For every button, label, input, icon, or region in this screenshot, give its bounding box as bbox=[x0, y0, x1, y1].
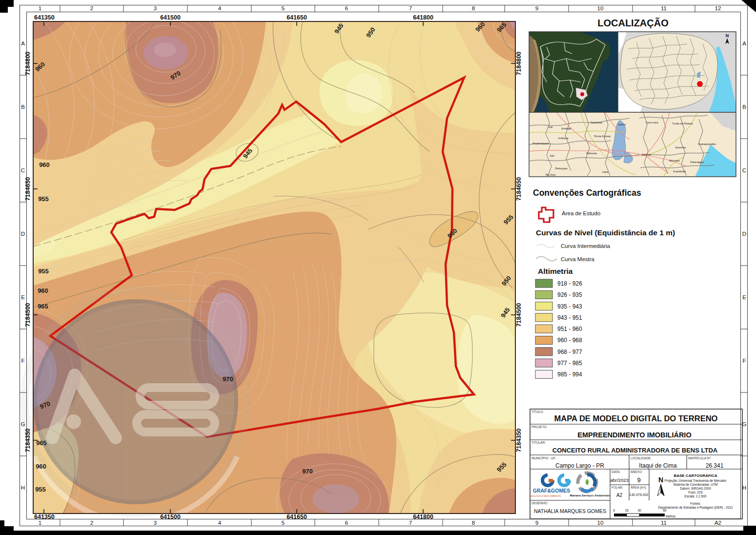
svg-text:641650: 641650 bbox=[286, 514, 307, 520]
svg-text:26.341: 26.341 bbox=[706, 462, 724, 469]
svg-text:Guaratuba: Guaratuba bbox=[673, 170, 686, 173]
svg-text:A2: A2 bbox=[715, 520, 721, 526]
svg-text:0: 0 bbox=[613, 509, 615, 512]
svg-text:943 - 951: 943 - 951 bbox=[557, 314, 582, 321]
svg-text:7184800: 7184800 bbox=[515, 52, 522, 76]
svg-text:PROJETO:: PROJETO: bbox=[531, 425, 548, 429]
svg-text:MUNICÍPIO - UF:: MUNICÍPIO - UF: bbox=[531, 456, 556, 460]
svg-text:11: 11 bbox=[661, 5, 667, 11]
svg-text:9: 9 bbox=[637, 476, 640, 484]
svg-text:LOCALIDADE:: LOCALIDADE: bbox=[631, 456, 652, 460]
svg-text:G: G bbox=[21, 421, 25, 427]
svg-text:4: 4 bbox=[218, 5, 222, 11]
svg-text:D: D bbox=[742, 231, 746, 237]
svg-text:5: 5 bbox=[282, 520, 285, 526]
svg-text:DESENHO:: DESENHO: bbox=[531, 501, 548, 505]
svg-text:Icaí: Icaí bbox=[549, 125, 553, 128]
svg-text:Campo Largo - PR: Campo Largo - PR bbox=[555, 462, 604, 469]
svg-text:641500: 641500 bbox=[160, 14, 181, 21]
svg-text:G: G bbox=[742, 421, 747, 427]
svg-text:Escala: 1:1.500: Escala: 1:1.500 bbox=[685, 494, 707, 498]
svg-text:Ponta Grossa: Ponta Grossa bbox=[594, 135, 611, 138]
svg-text:Fontes:: Fontes: bbox=[690, 502, 701, 505]
svg-text:Metros: Metros bbox=[666, 514, 676, 518]
svg-text:Sistema de Coordenadas: UTM: Sistema de Coordenadas: UTM bbox=[673, 483, 717, 486]
svg-text:N: N bbox=[658, 476, 663, 484]
svg-text:130.075,002: 130.075,002 bbox=[630, 493, 649, 496]
svg-text:965: 965 bbox=[38, 303, 48, 310]
svg-text:7184800: 7184800 bbox=[24, 52, 31, 76]
svg-text:Itaqui de Cima: Itaqui de Cima bbox=[639, 462, 677, 469]
svg-text:10: 10 bbox=[597, 520, 604, 526]
svg-text:7184650: 7184650 bbox=[515, 177, 522, 201]
svg-text:Antonina: Antonina bbox=[675, 146, 686, 149]
svg-text:30: 30 bbox=[637, 509, 641, 512]
svg-text:Morretes: Morretes bbox=[669, 159, 680, 162]
svg-text:11: 11 bbox=[661, 520, 667, 526]
svg-text:970: 970 bbox=[302, 468, 313, 475]
svg-text:Convenções Cartográficas: Convenções Cartográficas bbox=[533, 188, 641, 198]
svg-text:H: H bbox=[21, 485, 25, 491]
svg-text:641350: 641350 bbox=[34, 14, 55, 21]
svg-text:ÁREA (m²):: ÁREA (m²): bbox=[631, 485, 647, 490]
svg-text:960: 960 bbox=[38, 287, 48, 294]
svg-text:CONCEITO RURAL ADMINISTRADORA: CONCEITO RURAL ADMINISTRADORA DE BENS LT… bbox=[552, 447, 718, 454]
svg-text:5: 5 bbox=[282, 5, 285, 11]
svg-text:GRAF&GOMES: GRAF&GOMES bbox=[533, 488, 570, 494]
svg-text:641800: 641800 bbox=[413, 14, 433, 21]
svg-text:A: A bbox=[21, 41, 25, 46]
svg-text:N: N bbox=[726, 33, 729, 38]
svg-text:Altimetria: Altimetria bbox=[538, 267, 573, 275]
svg-text:A: A bbox=[742, 41, 746, 46]
svg-text:9: 9 bbox=[535, 520, 538, 526]
svg-text:Datum: SIRGAS 2000: Datum: SIRGAS 2000 bbox=[680, 487, 711, 490]
svg-text:4: 4 bbox=[218, 520, 222, 526]
svg-text:Departamento de Estradas e Rod: Departamento de Estradas e Rodagem (DER)… bbox=[658, 506, 733, 510]
svg-text:985 - 994: 985 - 994 bbox=[557, 371, 582, 378]
svg-text:7184500: 7184500 bbox=[515, 303, 522, 327]
svg-text:970: 970 bbox=[223, 375, 233, 383]
svg-text:Curva Mestra: Curva Mestra bbox=[561, 256, 595, 262]
svg-text:DATA:: DATA: bbox=[612, 470, 620, 473]
svg-text:D: D bbox=[21, 231, 25, 237]
svg-text:Tunas do Paraná: Tunas do Paraná bbox=[672, 122, 693, 125]
svg-text:Prudentópolis: Prudentópolis bbox=[532, 142, 549, 145]
svg-text:Cerro Azul: Cerro Azul bbox=[646, 121, 658, 124]
svg-text:Curvas de Nível (Equidistância: Curvas de Nível (Equidistância de 1 m) bbox=[536, 228, 675, 237]
svg-text:A2: A2 bbox=[616, 493, 623, 498]
svg-text:Iratí: Iratí bbox=[550, 154, 554, 157]
svg-text:7184650: 7184650 bbox=[24, 177, 31, 201]
svg-text:1: 1 bbox=[39, 5, 41, 11]
svg-text:3: 3 bbox=[154, 520, 157, 526]
svg-text:F: F bbox=[21, 358, 24, 364]
svg-text:641350: 641350 bbox=[34, 514, 55, 520]
svg-text:Palmeira: Palmeira bbox=[586, 152, 597, 155]
svg-text:Área de Estudo: Área de Estudo bbox=[562, 210, 600, 216]
svg-text:Mariana Serviços Ambientais: Mariana Serviços Ambientais bbox=[570, 494, 611, 497]
svg-text:7: 7 bbox=[409, 5, 412, 11]
svg-text:2: 2 bbox=[90, 5, 93, 11]
svg-text:60: 60 bbox=[663, 509, 667, 512]
svg-text:TÍTULO:: TÍTULO: bbox=[531, 410, 544, 413]
svg-text:B: B bbox=[21, 104, 25, 110]
svg-text:918 - 926: 918 - 926 bbox=[557, 280, 582, 287]
svg-text:LOCALIZAÇÃO: LOCALIZAÇÃO bbox=[597, 18, 669, 28]
svg-text:C: C bbox=[21, 167, 25, 173]
svg-text:15: 15 bbox=[625, 509, 629, 512]
svg-text:E: E bbox=[21, 294, 25, 300]
svg-text:955: 955 bbox=[38, 268, 49, 275]
svg-text:960: 960 bbox=[36, 463, 46, 470]
svg-text:Curitiba: Curitiba bbox=[642, 153, 652, 156]
svg-text:3: 3 bbox=[154, 5, 157, 11]
svg-text:960 - 968: 960 - 968 bbox=[557, 337, 582, 344]
svg-text:641500: 641500 bbox=[160, 514, 181, 520]
svg-text:935 - 943: 935 - 943 bbox=[557, 303, 582, 310]
svg-text:Rebouças: Rebouças bbox=[555, 167, 568, 170]
svg-text:12: 12 bbox=[715, 5, 721, 11]
svg-text:Projeção: Universal Transversa: Projeção: Universal Transversa de Mercat… bbox=[665, 479, 727, 483]
svg-text:641800: 641800 bbox=[413, 514, 433, 520]
svg-text:Curva Intermediária: Curva Intermediária bbox=[561, 243, 611, 249]
svg-text:Imbituva: Imbituva bbox=[558, 137, 569, 140]
svg-text:2: 2 bbox=[90, 520, 93, 526]
svg-text:8: 8 bbox=[472, 5, 475, 11]
